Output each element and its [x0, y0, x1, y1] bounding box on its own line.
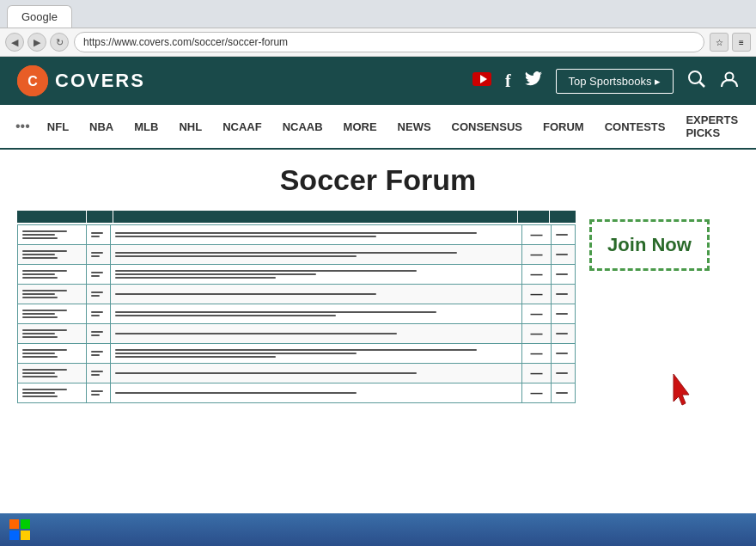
join-now-container: Join Now [589, 211, 718, 403]
site-header: C COVERS f Top Sportsbooks ▸ [0, 57, 756, 105]
menu-icon[interactable]: ≡ [732, 33, 751, 52]
svg-text:C: C [27, 74, 38, 89]
nav-more-dots[interactable]: ••• [9, 110, 37, 143]
main-content: Soccer Forum ————————— Join Now [0, 150, 756, 417]
logo-text: COVERS [55, 70, 145, 92]
svg-marker-7 [674, 374, 689, 405]
top-sportsbooks-button[interactable]: Top Sportsbooks ▸ [556, 69, 674, 94]
facebook-icon[interactable]: f [505, 71, 511, 91]
logo[interactable]: C COVERS [17, 65, 145, 96]
nav-news[interactable]: NEWS [387, 112, 442, 142]
nav-ncaaf[interactable]: NCAAF [212, 112, 272, 142]
start-button[interactable] [3, 517, 36, 543]
nav-forum[interactable]: FORUM [533, 112, 594, 142]
bookmark-icon[interactable]: ☆ [710, 33, 729, 52]
header-right: f Top Sportsbooks ▸ [472, 69, 739, 94]
search-icon[interactable] [687, 70, 706, 93]
back-button[interactable]: ◀ [5, 33, 24, 52]
nav-more[interactable]: MORE [333, 112, 387, 142]
logo-icon: C [17, 65, 48, 96]
nav-experts-picks[interactable]: EXPERTS PICKS [675, 105, 748, 148]
nav-nhl[interactable]: NHL [168, 112, 212, 142]
svg-rect-8 [9, 519, 19, 529]
nav-nba[interactable]: NBA [79, 112, 124, 142]
forward-button[interactable]: ▶ [27, 33, 46, 52]
user-icon[interactable] [720, 70, 739, 93]
browser-chrome: Google ◀ ▶ ↻ https://www.covers.com/socc… [0, 0, 756, 57]
nav-ncaab[interactable]: NCAAB [272, 112, 333, 142]
taskbar [0, 513, 756, 546]
svg-rect-11 [21, 531, 30, 540]
nav-bar: ••• NFL NBA MLB NHL NCAAF NCAAB MORE NEW… [0, 105, 756, 150]
nav-consensus[interactable]: CONSENSUS [442, 112, 533, 142]
nav-nfl[interactable]: NFL [37, 112, 79, 142]
forum-table-wrap: ————————— [17, 211, 576, 403]
cursor-arrow-icon [668, 372, 696, 412]
twitter-icon[interactable] [525, 71, 542, 91]
svg-point-4 [689, 71, 701, 83]
browser-tab[interactable]: Google [7, 5, 72, 28]
refresh-button[interactable]: ↻ [50, 33, 69, 52]
forum-table: ————————— [17, 224, 576, 403]
forum-area: ————————— Join Now [17, 211, 739, 403]
address-bar[interactable]: https://www.covers.com/soccer/soccer-for… [74, 32, 704, 52]
page-content: C COVERS f Top Sportsbooks ▸ ••• NFL [0, 57, 756, 543]
join-now-button[interactable]: Join Now [589, 219, 710, 271]
nav-mlb[interactable]: MLB [124, 112, 168, 142]
nav-contests[interactable]: CONTESTS [594, 112, 676, 142]
youtube-icon[interactable] [472, 72, 491, 90]
page-title: Soccer Forum [17, 163, 739, 197]
svg-line-5 [700, 82, 705, 87]
svg-rect-10 [9, 531, 19, 540]
svg-rect-9 [21, 519, 30, 529]
